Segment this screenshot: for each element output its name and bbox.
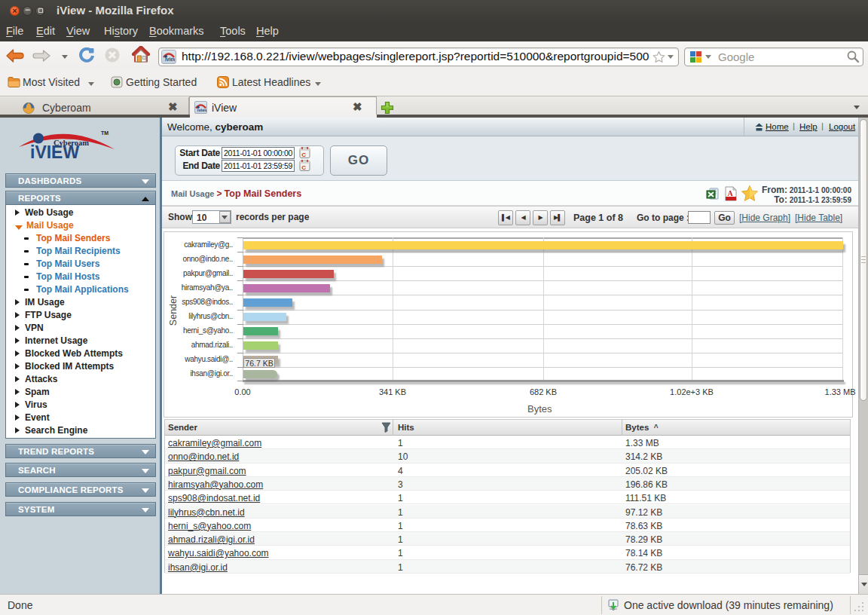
svg-text:iVIEW: iVIEW	[30, 142, 79, 162]
svg-text:TM: TM	[101, 130, 108, 136]
svg-text:iview: iview	[165, 57, 175, 62]
svg-text:C: C	[301, 164, 306, 171]
svg-text:C: C	[301, 151, 306, 158]
svg-text:iview: iview	[197, 108, 206, 112]
